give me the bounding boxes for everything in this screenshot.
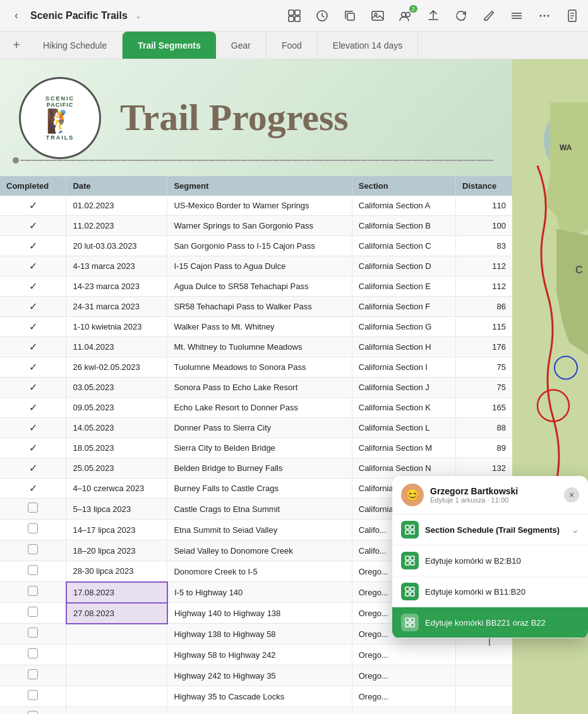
- completed-cell[interactable]: ✓: [0, 378, 66, 398]
- table-row[interactable]: ✓01.02.2023US-Mexico Border to Warner Sp…: [0, 196, 512, 216]
- date-cell: [66, 665, 167, 686]
- comment-item-text-1: Edytuje komórki w B11:B20: [425, 587, 525, 597]
- completed-cell[interactable]: ✓: [0, 418, 66, 438]
- date-cell: 14-23 marca 2023: [66, 277, 167, 297]
- checkbox[interactable]: [28, 607, 38, 617]
- refresh-icon[interactable]: [453, 8, 469, 24]
- completed-cell[interactable]: [0, 520, 66, 540]
- image-icon[interactable]: [369, 8, 386, 24]
- completed-cell[interactable]: ✓: [0, 297, 66, 317]
- completed-cell[interactable]: ✓: [0, 196, 66, 216]
- item-icon-2: [401, 614, 419, 631]
- table-row[interactable]: ✓4-13 marca 2023I-15 Cajon Pass to Agua …: [0, 256, 512, 277]
- table-row[interactable]: ✓18.05.2023Sierra City to Belden BridgeC…: [0, 438, 512, 458]
- checkbox[interactable]: [28, 711, 38, 714]
- clock-icon[interactable]: [314, 8, 330, 24]
- checkbox[interactable]: [28, 669, 38, 679]
- completed-cell[interactable]: ✓: [0, 277, 66, 297]
- comment-item-text-0: Edytuje komórki w B2:B10: [425, 556, 521, 566]
- section-label: Section Schedule (Trail Segments): [425, 525, 565, 535]
- add-sheet-button[interactable]: +: [5, 32, 28, 59]
- svg-rect-31: [405, 556, 409, 560]
- tab-trail-segments[interactable]: Trail Segments: [123, 32, 216, 59]
- completed-cell[interactable]: ✓: [0, 256, 66, 277]
- completed-cell[interactable]: ✓: [0, 216, 66, 236]
- table-row[interactable]: ✓14-23 marca 2023Agua Dulce to SR58 Teha…: [0, 277, 512, 297]
- completed-cell[interactable]: [0, 603, 66, 624]
- completed-cell[interactable]: ✓: [0, 337, 66, 357]
- completed-cell[interactable]: [0, 561, 66, 582]
- lines-icon[interactable]: [508, 8, 525, 24]
- table-row[interactable]: Highway 35 to Cascade LocksOrego...: [0, 686, 512, 707]
- distance-cell: 89: [456, 438, 512, 458]
- completed-cell[interactable]: ✓: [0, 398, 66, 418]
- checkbox[interactable]: [28, 523, 38, 533]
- completed-cell[interactable]: ✓: [0, 458, 66, 479]
- tab-elevation[interactable]: Elevation 14 days: [318, 32, 419, 59]
- table-row[interactable]: Highway 58 to Highway 242Orego...: [0, 645, 512, 665]
- distance-cell: 112: [456, 256, 512, 277]
- section-cell: California Section I: [352, 357, 455, 378]
- completed-cell[interactable]: ✓: [0, 357, 66, 378]
- checkbox[interactable]: [28, 565, 38, 575]
- doc-icon[interactable]: [564, 8, 580, 24]
- completed-cell[interactable]: [0, 707, 66, 715]
- svg-rect-32: [411, 556, 414, 560]
- table-row[interactable]: Highway 242 to Highway 35Orego...: [0, 665, 512, 686]
- table-row[interactable]: ✓11.04.2023Mt. Whitney to Tuolumne Meado…: [0, 337, 512, 357]
- table-row[interactable]: ✓26 kwi-02.05.2023Tuolumne Meadows to So…: [0, 357, 512, 378]
- tab-gear[interactable]: Gear: [216, 32, 267, 59]
- table-row[interactable]: Cascade Locks to Highway 12Wash...: [0, 707, 512, 715]
- completed-cell[interactable]: ✓: [0, 236, 66, 256]
- table-row[interactable]: ✓14.05.2023Donner Pass to Sierra CityCal…: [0, 418, 512, 438]
- checkbox[interactable]: [28, 503, 38, 513]
- document-title: Scenic Pacific Trails: [30, 10, 128, 21]
- table-row[interactable]: ✓1-10 kwietnia 2023Walker Pass to Mt. Wh…: [0, 317, 512, 337]
- segment-cell: Agua Dulce to SR58 Tehachapi Pass: [167, 277, 352, 297]
- section-cell: California Section B: [352, 216, 455, 236]
- checkbox[interactable]: [28, 690, 38, 700]
- completed-cell[interactable]: [0, 645, 66, 665]
- completed-cell[interactable]: [0, 686, 66, 707]
- more-icon[interactable]: [536, 8, 553, 24]
- tab-hiking-schedule[interactable]: Hiking Schedule: [28, 32, 123, 59]
- section-cell: California Section H: [352, 337, 455, 357]
- pen-icon[interactable]: [481, 8, 497, 24]
- completed-cell[interactable]: [0, 540, 66, 561]
- completed-cell[interactable]: ✓: [0, 317, 66, 337]
- col-segment: Segment: [167, 176, 352, 196]
- date-cell: [66, 686, 167, 707]
- table-row[interactable]: ✓03.05.2023Sonora Pass to Echo Lake Reso…: [0, 378, 512, 398]
- share-icon[interactable]: [425, 8, 441, 24]
- table-row[interactable]: ✓24-31 marca 2023SR58 Tehachapi Pass to …: [0, 297, 512, 317]
- date-cell: 14–17 lipca 2023: [66, 520, 167, 540]
- date-cell: [66, 645, 167, 665]
- completed-cell[interactable]: ✓: [0, 479, 66, 499]
- completed-cell[interactable]: [0, 624, 66, 645]
- completed-cell[interactable]: [0, 665, 66, 686]
- completed-cell[interactable]: [0, 499, 66, 520]
- collaborate-icon[interactable]: 2: [397, 8, 414, 24]
- checkbox[interactable]: [28, 544, 38, 554]
- date-cell: 25.05.2023: [66, 458, 167, 479]
- checkbox[interactable]: [28, 586, 38, 596]
- back-button[interactable]: ‹: [8, 7, 25, 25]
- grid-icon[interactable]: [286, 8, 303, 24]
- segment-cell: Walker Pass to Mt. Whitney: [167, 317, 352, 337]
- avatar: 😊: [401, 484, 424, 506]
- copy-icon[interactable]: [342, 8, 358, 24]
- table-row[interactable]: ✓20 lut-03.03.2023San Gorgonio Pass to I…: [0, 236, 512, 256]
- segment-cell: US-Mexico Border to Warner Springs: [167, 196, 352, 216]
- table-row[interactable]: ✓25.05.2023Belden Bridge to Burney Falls…: [0, 458, 512, 479]
- comment-section-title[interactable]: Section Schedule (Trail Segments) ⌄: [392, 515, 588, 545]
- checkbox[interactable]: [28, 628, 38, 638]
- tab-food[interactable]: Food: [267, 32, 318, 59]
- svg-rect-30: [411, 530, 414, 534]
- table-row[interactable]: ✓09.05.2023Echo Lake Resort to Donner Pa…: [0, 398, 512, 418]
- table-row[interactable]: ✓11.02.2023Warner Springs to San Gorgoni…: [0, 216, 512, 236]
- close-button[interactable]: ×: [564, 487, 579, 503]
- date-cell: 27.08.2023: [66, 603, 167, 624]
- completed-cell[interactable]: ✓: [0, 438, 66, 458]
- checkbox[interactable]: [28, 648, 38, 658]
- completed-cell[interactable]: [0, 582, 66, 603]
